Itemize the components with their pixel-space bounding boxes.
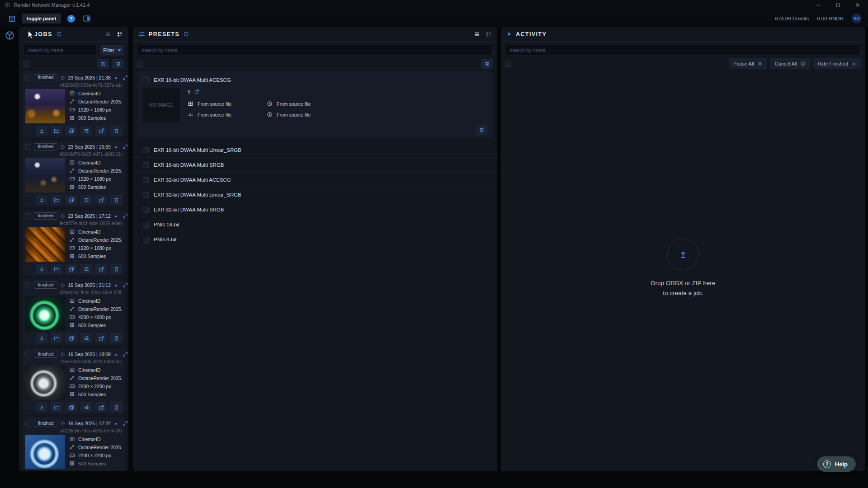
presets-select-all-checkbox[interactable] (137, 61, 143, 67)
collapse-icon[interactable] (113, 352, 118, 357)
help-icon[interactable]: ? (67, 15, 75, 23)
download-button[interactable] (36, 333, 47, 343)
duplicate-button[interactable] (66, 126, 77, 136)
job-card[interactable]: finished 16 Sep 2025 | 21:13 d7be34cc-f6… (23, 279, 125, 345)
delete-button[interactable] (110, 264, 122, 274)
preset-card-expanded[interactable]: EXR 16-bit DWAA Multi ACESCG NO IMAGE 5 … (137, 71, 493, 138)
job-settings-button[interactable] (80, 333, 92, 343)
expand-icon[interactable] (123, 213, 128, 219)
job-checkbox[interactable] (25, 144, 31, 150)
presets-search-input[interactable] (137, 45, 493, 56)
preset-row[interactable]: EXR 32-bit DWAA Multi Linear_SRGB (133, 188, 497, 202)
download-button[interactable] (36, 402, 47, 412)
preset-row[interactable]: EXR 16-bit DWAA Multi Linear_SRGB (133, 143, 497, 158)
expand-icon[interactable] (123, 282, 128, 288)
preset-row[interactable]: PNG 8-bit (133, 232, 497, 247)
open-folder-button[interactable] (51, 195, 62, 205)
export-icon[interactable] (194, 89, 200, 94)
preset-delete-button[interactable] (476, 125, 487, 135)
collapse-icon[interactable] (113, 214, 118, 219)
download-button[interactable] (36, 195, 47, 205)
job-settings-button[interactable] (80, 126, 92, 136)
close-button[interactable] (854, 2, 861, 8)
preset-row[interactable]: EXR 32-bit DWAA Multi SRGB (133, 202, 497, 217)
job-card[interactable]: finished 29 Sep 2025 | 21:38 c4229429-93… (23, 71, 125, 138)
delete-button[interactable] (110, 126, 122, 136)
jobs-refresh-icon[interactable] (56, 31, 62, 37)
upload-icon[interactable] (667, 239, 699, 270)
delete-button[interactable] (110, 333, 122, 343)
expand-icon[interactable] (123, 352, 128, 357)
job-card[interactable]: finished 23 Sep 2025 | 17:12 fecbf27e-dd… (23, 210, 125, 276)
jobs-batch-delete-button[interactable] (112, 59, 124, 69)
render-network-logo-icon[interactable] (5, 31, 14, 488)
job-thumbnail[interactable] (25, 366, 65, 400)
cancel-all-button[interactable]: Cancel All (770, 58, 810, 69)
collapse-icon[interactable] (113, 145, 118, 150)
preset-checkbox[interactable] (143, 222, 149, 228)
presets-delete-button[interactable] (481, 59, 493, 69)
preset-checkbox[interactable] (143, 177, 149, 183)
preset-checkbox[interactable] (143, 207, 149, 213)
open-external-button[interactable] (95, 264, 107, 274)
expand-icon[interactable] (123, 421, 128, 426)
open-folder-button[interactable] (51, 402, 62, 412)
panel-layout-icon[interactable] (81, 13, 92, 24)
open-external-button[interactable] (95, 333, 107, 343)
job-settings-button[interactable] (80, 195, 92, 205)
duplicate-button[interactable] (66, 195, 77, 205)
hide-finished-button[interactable]: Hide Finished (813, 58, 861, 69)
pause-all-button[interactable]: Pause All (729, 58, 767, 69)
job-thumbnail[interactable] (25, 296, 65, 331)
jobs-search-input[interactable] (24, 45, 97, 56)
preset-row[interactable]: EXR 32-bit DWAA Multi ACESCG (133, 173, 497, 188)
activity-select-all-checkbox[interactable] (505, 61, 511, 67)
avatar[interactable]: SD (852, 14, 862, 23)
collapse-icon[interactable] (113, 283, 118, 288)
collapse-icon[interactable] (113, 421, 118, 426)
open-external-button[interactable] (95, 195, 107, 205)
preset-checkbox[interactable] (143, 147, 149, 153)
preset-checkbox[interactable] (143, 162, 149, 168)
job-thumbnail[interactable] (25, 158, 65, 192)
help-button[interactable]: ? Help (817, 456, 856, 472)
job-thumbnail[interactable] (25, 89, 65, 123)
job-checkbox[interactable] (25, 282, 31, 288)
job-checkbox[interactable] (25, 213, 31, 219)
jobs-batch-settings-button[interactable] (97, 59, 109, 69)
duplicate-button[interactable] (66, 264, 77, 274)
presets-list-view-icon[interactable] (474, 31, 480, 38)
expand-icon[interactable] (123, 75, 128, 80)
job-checkbox[interactable] (25, 352, 31, 357)
job-settings-button[interactable] (80, 402, 92, 412)
job-card[interactable]: finished 16 Sep 2025 | 18:09 74ee74b0-54… (23, 348, 125, 414)
preset-checkbox[interactable] (143, 237, 149, 243)
duplicate-button[interactable] (66, 402, 77, 412)
delete-button[interactable] (110, 195, 122, 205)
jobs-select-all-checkbox[interactable] (24, 61, 29, 67)
download-button[interactable] (36, 264, 47, 274)
activity-search-input[interactable] (505, 45, 861, 56)
presets-refresh-icon[interactable] (183, 31, 189, 37)
expand-icon[interactable] (123, 144, 128, 150)
open-folder-button[interactable] (51, 333, 62, 343)
minimize-button[interactable] (815, 2, 821, 8)
job-card[interactable]: finished 29 Sep 2025 | 16:59 b8249d78-8d… (23, 141, 125, 207)
preset-row[interactable]: EXR 16-bit DWAA Multi SRGB (133, 158, 497, 173)
job-card[interactable]: finished 16 Sep 2025 | 17:22 a4226c56-79… (23, 417, 125, 471)
download-button[interactable] (36, 126, 47, 136)
preset-checkbox[interactable] (143, 77, 149, 83)
collapse-icon[interactable] (113, 75, 118, 80)
open-external-button[interactable] (95, 402, 107, 412)
job-checkbox[interactable] (25, 75, 31, 81)
job-checkbox[interactable] (25, 421, 31, 427)
toggle-panel-icon[interactable] (6, 13, 17, 24)
preset-row[interactable]: PNG 16-bit (133, 217, 497, 232)
jobs-list-view-icon[interactable] (105, 31, 111, 38)
preset-checkbox[interactable] (143, 192, 149, 198)
job-thumbnail[interactable] (25, 435, 65, 469)
open-external-button[interactable] (95, 126, 107, 136)
job-thumbnail[interactable] (25, 227, 65, 262)
maximize-button[interactable] (835, 2, 841, 8)
presets-card-view-icon[interactable] (486, 31, 492, 38)
